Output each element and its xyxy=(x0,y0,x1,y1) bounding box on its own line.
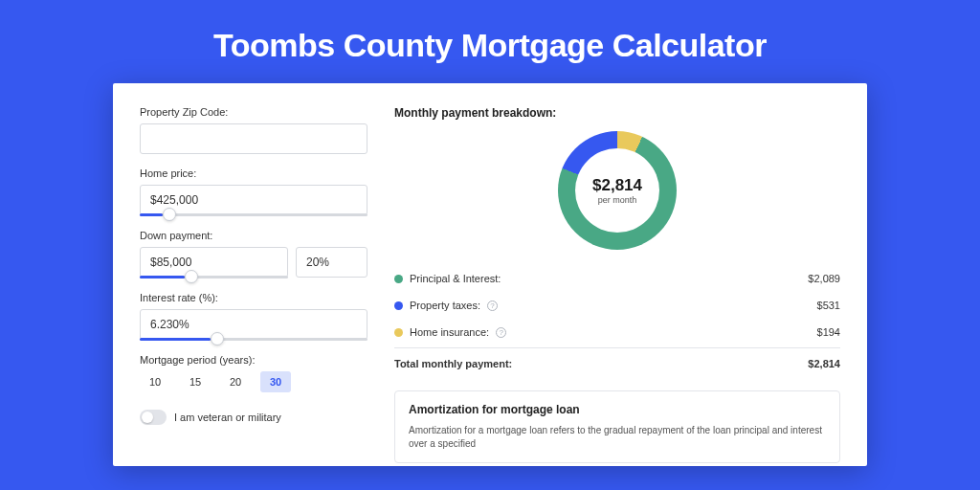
info-icon[interactable]: ? xyxy=(487,301,498,311)
zip-input[interactable] xyxy=(140,123,368,154)
donut-amount: $2,814 xyxy=(592,176,642,195)
donut-chart: $2,814 per month xyxy=(558,131,677,250)
price-slider[interactable] xyxy=(140,213,368,216)
dot-icon xyxy=(394,328,403,337)
donut-sub: per month xyxy=(598,195,637,205)
toggle-knob xyxy=(142,412,153,423)
period-btn-30[interactable]: 30 xyxy=(260,371,291,392)
period-field: Mortgage period (years): 10 15 20 30 xyxy=(140,354,368,392)
calculator-card: Property Zip Code: Home price: Down paym… xyxy=(113,83,867,466)
breakdown-title: Monthly payment breakdown: xyxy=(394,106,840,120)
page-title: Toombs County Mortgage Calculator xyxy=(0,0,980,83)
amortization-title: Amortization for mortgage loan xyxy=(409,403,826,416)
veteran-label: I am veteran or military xyxy=(174,412,281,423)
price-field: Home price: xyxy=(140,167,368,216)
total-value: $2,814 xyxy=(808,358,840,369)
amortization-box: Amortization for mortgage loan Amortizat… xyxy=(394,390,840,463)
rate-slider-thumb[interactable] xyxy=(211,332,224,345)
rate-label: Interest rate (%): xyxy=(140,292,368,303)
down-percent-input[interactable] xyxy=(296,247,368,278)
dot-icon xyxy=(394,301,403,310)
zip-label: Property Zip Code: xyxy=(140,106,368,118)
amortization-text: Amortization for a mortgage loan refers … xyxy=(409,424,826,451)
legend-label: Property taxes: xyxy=(410,300,480,311)
veteran-toggle[interactable] xyxy=(140,410,167,425)
down-label: Down payment: xyxy=(140,230,368,241)
breakdown-column: Monthly payment breakdown: $2,814 per mo… xyxy=(394,106,840,466)
period-label: Mortgage period (years): xyxy=(140,354,368,366)
donut-center: $2,814 per month xyxy=(575,148,659,233)
legend-row-principal: Principal & Interest: $2,089 xyxy=(394,265,840,292)
inputs-column: Property Zip Code: Home price: Down paym… xyxy=(140,106,368,466)
total-label: Total monthly payment: xyxy=(394,358,512,369)
legend-label: Home insurance: xyxy=(410,326,489,338)
legend-row-insurance: Home insurance: ? $194 xyxy=(394,319,840,345)
down-amount-input[interactable] xyxy=(140,247,288,278)
donut-chart-wrap: $2,814 per month xyxy=(394,131,840,250)
info-icon[interactable]: ? xyxy=(496,327,506,338)
period-btn-15[interactable]: 15 xyxy=(180,371,211,392)
period-btn-20[interactable]: 20 xyxy=(220,371,251,392)
down-slider[interactable] xyxy=(140,276,288,278)
down-field: Down payment: xyxy=(140,230,368,278)
legend-row-taxes: Property taxes: ? $531 xyxy=(394,292,840,319)
veteran-row: I am veteran or military xyxy=(140,410,368,425)
rate-slider[interactable] xyxy=(140,338,368,341)
rate-input[interactable] xyxy=(140,309,368,340)
legend-value: $531 xyxy=(817,300,840,311)
period-btn-10[interactable]: 10 xyxy=(140,371,170,392)
period-buttons: 10 15 20 30 xyxy=(140,371,368,392)
legend-label: Principal & Interest: xyxy=(410,273,501,284)
legend-row-total: Total monthly payment: $2,814 xyxy=(394,347,840,377)
price-label: Home price: xyxy=(140,167,368,179)
price-slider-thumb[interactable] xyxy=(163,208,176,221)
zip-field: Property Zip Code: xyxy=(140,106,368,154)
dot-icon xyxy=(394,275,403,283)
down-slider-thumb[interactable] xyxy=(185,270,198,283)
legend-value: $2,089 xyxy=(808,273,840,284)
rate-field: Interest rate (%): xyxy=(140,292,368,341)
legend-value: $194 xyxy=(817,326,840,338)
